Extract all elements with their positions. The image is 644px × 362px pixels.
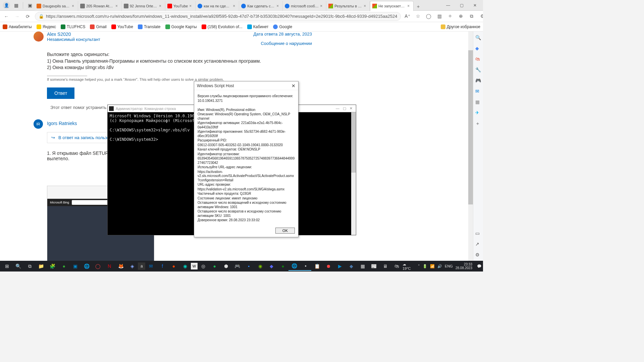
opera-icon[interactable]: ◯	[93, 261, 104, 271]
taskbar-app-icon[interactable]: 📋	[311, 261, 323, 271]
explorer-icon[interactable]: 📁	[36, 261, 47, 271]
close-icon[interactable]: ×	[72, 4, 76, 8]
vk-icon[interactable]: ◆	[345, 261, 357, 271]
forward-button[interactable]: →	[13, 14, 21, 19]
wsh-ok-button[interactable]: OK	[275, 228, 295, 234]
ms-store-icon[interactable]: 🛍	[391, 261, 402, 271]
close-icon[interactable]: ×	[407, 4, 411, 8]
sidebar-drop-icon[interactable]: ✈	[475, 110, 481, 116]
close-icon[interactable]: ×	[320, 4, 324, 8]
tray-wifi-icon[interactable]: 📶	[430, 264, 435, 268]
discord-icon[interactable]: ◆	[266, 261, 277, 271]
sidebar-games-icon[interactable]: 🎮	[475, 78, 481, 84]
taskbar-app-icon[interactable]: ▣	[70, 261, 81, 271]
cmd-scrollbar-thumb[interactable]	[351, 112, 356, 173]
bookmark-1[interactable]: Яндекс	[37, 24, 56, 29]
reddit-icon[interactable]: ●	[168, 261, 179, 271]
extensions-icon[interactable]: ⧉	[468, 13, 475, 19]
cmd-close[interactable]: ✕	[350, 106, 353, 111]
tab-6[interactable]: microsoft сообщест×	[283, 1, 326, 11]
bookmark-0[interactable]: Авиабилеты	[3, 24, 32, 29]
sidebar-plus-icon[interactable]: ＋	[475, 121, 481, 127]
performance-icon[interactable]: ⚙	[479, 13, 483, 19]
widgets-icon[interactable]: ▦	[357, 261, 368, 271]
sidebar-expand-icon[interactable]: ↗	[475, 241, 481, 247]
back-button[interactable]: ←	[2, 14, 11, 19]
close-icon[interactable]: ×	[276, 4, 280, 8]
tray-clock[interactable]: 23:33 28.08.2023	[455, 262, 474, 270]
wsh-close-button[interactable]: ✕	[291, 83, 296, 88]
favorites-list-icon[interactable]: ✧	[446, 13, 454, 19]
cmd-running-icon[interactable]: ▪	[300, 261, 311, 271]
tab-8-active[interactable]: Не запускается уста×	[370, 1, 414, 11]
outlook-icon[interactable]: ✉	[145, 261, 157, 271]
tray-chevron-icon[interactable]: ˄	[418, 264, 420, 268]
nvidia-icon[interactable]: ◉	[255, 261, 266, 271]
virtual-desktop-icon[interactable]: 🖥	[380, 261, 391, 271]
answer-date[interactable]: Дата ответа 28 августа, 2023	[254, 32, 312, 37]
close-icon[interactable]: ×	[115, 4, 119, 8]
other-bookmarks[interactable]: Другое избранное	[441, 24, 480, 29]
taskbar-app-icon[interactable]: ◎	[198, 261, 209, 271]
tab-3[interactable]: YouTube×	[165, 1, 196, 11]
minimize-button[interactable]: —	[441, 1, 455, 10]
bookmark-9[interactable]: Google	[273, 24, 292, 29]
search-button[interactable]: 🔍	[13, 261, 24, 271]
read-aloud-icon[interactable]: A⁺	[404, 13, 411, 19]
wsh-dialog[interactable]: Windows Script Host ✕ Версия службы лице…	[194, 81, 299, 237]
cmd-minimize[interactable]: —	[336, 106, 339, 111]
amazon-icon[interactable]: a	[138, 262, 145, 270]
start-button[interactable]: ⊞	[1, 261, 13, 271]
chrome-icon[interactable]: 🌐	[81, 261, 93, 271]
address-bar[interactable]: 🔒 https://answers.microsoft.com/ru-ru/wi…	[35, 12, 401, 21]
tab-2[interactable]: 92 Jenna Ortega Lui×	[122, 1, 165, 11]
sidebar-toggle-icon[interactable]: ▣	[25, 1, 35, 9]
sidebar-office-icon[interactable]: ▦	[475, 99, 481, 105]
new-tab-button[interactable]: ＋	[414, 3, 423, 11]
bookmark-4[interactable]: YouTube	[111, 24, 133, 29]
bookmark-8[interactable]: Кабинет	[247, 24, 269, 29]
spotify-icon[interactable]: ●	[209, 261, 220, 271]
recorder-icon[interactable]: ⏺	[323, 261, 334, 271]
notifications-icon[interactable]: 💬	[477, 264, 482, 268]
taskbar-app-icon[interactable]: ●	[58, 261, 70, 271]
netflix-icon[interactable]: N	[104, 261, 115, 271]
close-icon[interactable]: ×	[159, 4, 163, 8]
bookmark-6[interactable]: Google Карты	[165, 24, 197, 29]
wikipedia-icon[interactable]: W	[191, 263, 198, 269]
profile-avatar[interactable]: 👤	[3, 2, 10, 9]
tray-battery-icon[interactable]: 🔋	[423, 264, 427, 268]
refresh-button[interactable]: ⟳	[23, 14, 32, 19]
weather-widget[interactable]: ☁ 19°C	[402, 262, 415, 270]
tab-0[interactable]: Daugavpils satiksme×	[35, 1, 78, 11]
bookmark-2[interactable]: TLUFHCS	[61, 24, 85, 29]
zoom-icon[interactable]: ▪	[243, 261, 255, 271]
sidebar-search-icon[interactable]: 🔍	[475, 35, 481, 41]
taskbar-app-icon[interactable]: ⬢	[220, 261, 232, 271]
tab-7[interactable]: Результаты в Windo×	[326, 1, 370, 11]
close-icon[interactable]: ×	[364, 4, 368, 8]
tray-volume-icon[interactable]: 🔊	[437, 264, 442, 268]
taskbar-app-icon[interactable]: 🎮	[232, 261, 243, 271]
tab-1[interactable]: 205 Rowan Atkinson×	[78, 1, 122, 11]
news-icon[interactable]: 📰	[368, 261, 380, 271]
facebook-icon[interactable]: f	[157, 261, 168, 271]
avatar[interactable]	[34, 32, 44, 42]
bookmark-3[interactable]: Gmail	[90, 24, 106, 29]
taskbar-app-icon[interactable]: 🧩	[47, 261, 58, 271]
report-link[interactable]: Сообщение о нарушении	[261, 41, 312, 46]
wsh-titlebar[interactable]: Windows Script Host ✕	[194, 81, 298, 90]
collections-icon[interactable]: ▥	[436, 13, 443, 19]
favorite-icon[interactable]: ☆	[414, 13, 422, 19]
sidebar-tools-icon[interactable]: 🔧	[475, 67, 481, 73]
sidebar-settings-icon[interactable]: ⚙	[475, 252, 481, 258]
page-scrollbar-thumb[interactable]	[468, 50, 473, 204]
extension-icon[interactable]: ◯	[425, 13, 432, 19]
bookmark-5[interactable]: Translate	[138, 24, 161, 29]
sidebar-outlook-icon[interactable]: ✉	[475, 88, 481, 95]
xbox-icon[interactable]: ●	[277, 261, 289, 271]
tray-language[interactable]: ENG	[445, 264, 453, 268]
sidebar-app-icon[interactable]: ◆	[475, 46, 481, 52]
workspaces-icon[interactable]: ▦	[11, 1, 21, 9]
tab-5[interactable]: Как сделать скринш×	[239, 1, 283, 11]
